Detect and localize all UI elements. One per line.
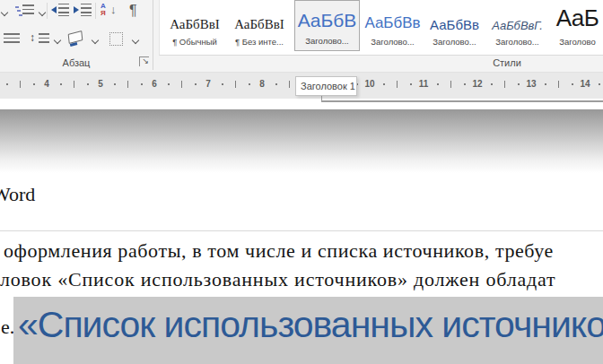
style-item-no-spacing[interactable]: АаБбВвI ¶ Без инте... [230, 2, 289, 52]
style-label: Заголово... [295, 36, 359, 46]
style-preview: АаБбВв [364, 2, 421, 34]
ruler-tick [383, 83, 385, 85]
ruler-tick [450, 81, 451, 88]
style-preview: АаБбВвГ. [488, 2, 546, 34]
ruler-tick [249, 83, 250, 85]
ruler-tick [504, 81, 505, 88]
ruler-tick [20, 81, 21, 88]
paragraph-dialog-launcher[interactable]: ↘ [139, 56, 149, 66]
ruler-tick [60, 83, 62, 85]
word-window: А Я ↓ ¶ ↕ Абзац ↘ [0, 0, 603, 364]
ruler-tick [195, 83, 197, 85]
ruler-number: 14 [580, 79, 590, 89]
ruler-number: 8 [259, 79, 265, 89]
increase-indent-button[interactable] [74, 4, 92, 17]
chevron-down-icon[interactable] [54, 37, 61, 44]
ruler-tick [235, 81, 236, 88]
ruler-tick [397, 81, 398, 88]
chevron-down-icon[interactable] [132, 37, 139, 44]
ruler-tick [410, 83, 412, 85]
ruler-tick [33, 83, 35, 85]
separator [47, 3, 48, 19]
borders-icon [109, 32, 123, 46]
multilevel-list-icon [15, 4, 22, 18]
style-preview: АаБ [551, 2, 603, 34]
sort-icon: А Я [100, 3, 106, 17]
ruler-tick [168, 83, 170, 85]
doc-body-line1[interactable]: оформления работы, в том числе и списка … [4, 239, 554, 263]
ruler-tick [114, 83, 116, 85]
doc-partial-title[interactable]: Word [0, 183, 35, 206]
chevron-down-icon[interactable] [39, 9, 46, 16]
ruler-number: 5 [98, 79, 103, 89]
pilcrow-icon: ¶ [129, 3, 137, 18]
document-page[interactable]: Word оформления работы, в том числе и сп… [0, 173, 603, 364]
doc-body-line3-prefix[interactable]: е. [1, 316, 14, 339]
style-label: Заголово... [425, 37, 484, 47]
style-label: ¶ Без инте... [230, 37, 289, 47]
group-separator [153, 0, 153, 70]
line-spacing-icon: ↕ [30, 31, 35, 44]
doc-body-line2[interactable]: ловок «Список использованных источников»… [0, 268, 555, 291]
ruler-tick [518, 83, 520, 85]
ruler-tick [74, 81, 74, 88]
launcher-arrow-icon: ↘ [142, 56, 149, 65]
ruler-tick [464, 83, 466, 85]
style-preview: АаБбВвI [165, 2, 224, 34]
decrease-indent-button[interactable] [51, 4, 69, 17]
style-preview: АаБбВвI [230, 2, 289, 34]
style-tooltip: Заголовок 1 [295, 76, 357, 96]
ruler-number: 12 [472, 79, 482, 89]
selection-highlight[interactable]: «Список использованных источников» [13, 297, 603, 364]
multilevel-list-button[interactable] [15, 4, 35, 17]
ruler-tick [181, 81, 182, 88]
ruler-number: 4 [44, 79, 49, 89]
style-item-heading3[interactable]: АаБбВв Заголово... [425, 2, 484, 52]
styles-group-label: Стили [480, 57, 534, 68]
ruler-tick [141, 83, 143, 85]
ruler-tick [491, 83, 493, 85]
justify-button[interactable] [4, 33, 20, 45]
doc-divider-line [0, 230, 603, 231]
style-item-heading4[interactable]: АаБбВвГ. Заголово... [488, 2, 546, 52]
style-preview: АаБбВ [295, 1, 359, 33]
style-label: Заголово... [364, 37, 421, 47]
borders-button[interactable] [109, 32, 123, 46]
style-label: Заголово... [488, 37, 546, 47]
ruler-tick [275, 83, 277, 85]
ruler-tick [558, 81, 559, 88]
ruler-number: 13 [526, 79, 536, 89]
ruler-tick [222, 83, 223, 85]
style-item-normal[interactable]: АаБбВвI ¶ Обычный [165, 2, 224, 52]
ruler-number: 6 [152, 79, 157, 89]
chevron-down-icon[interactable] [1, 9, 8, 16]
show-formatting-button[interactable]: ¶ [129, 2, 137, 20]
styles-gallery: АаБбВвI ¶ Обычный АаБбВвI ¶ Без инте... … [159, 0, 603, 56]
ruler-tick [127, 81, 128, 88]
sort-button[interactable]: А Я ↓ [100, 3, 120, 19]
style-item-heading1-selected[interactable]: АаБбВ Заголово... [294, 0, 360, 51]
ruler-tick [437, 83, 439, 85]
style-label: Заголово [551, 37, 603, 47]
selected-heading-text[interactable]: «Список использованных источников» [18, 304, 603, 346]
style-item-title[interactable]: АаБ Заголово [551, 2, 603, 52]
ruler-number: 7 [205, 79, 211, 89]
shading-button[interactable] [68, 32, 86, 47]
ruler-number: 11 [419, 79, 429, 89]
chevron-down-icon[interactable] [92, 37, 99, 44]
decrease-indent-icon [51, 6, 57, 13]
line-spacing-button[interactable]: ↕ [30, 31, 51, 46]
separator [95, 3, 96, 19]
ruler-tick [572, 83, 573, 85]
ruler-tick [6, 83, 8, 85]
page-edge-horizontal [321, 100, 603, 102]
increase-indent-icon [74, 6, 79, 13]
page-gap-shadow [0, 109, 603, 173]
ribbon: А Я ↓ ¶ ↕ Абзац ↘ [0, 0, 603, 73]
ruler-tick [545, 83, 546, 85]
style-preview: АаБбВв [425, 2, 484, 34]
paragraph-group-label: Абзац [27, 57, 126, 68]
ruler-tick [87, 83, 89, 85]
style-item-heading2[interactable]: АаБбВв Заголово... [364, 2, 421, 52]
ruler-number: 10 [364, 79, 374, 89]
